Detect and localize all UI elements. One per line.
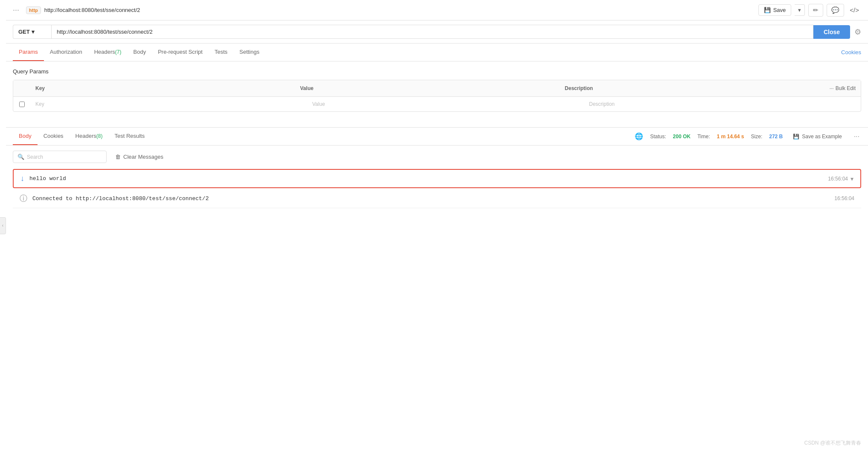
comment-icon-button[interactable]: 💬 (827, 4, 844, 17)
params-placeholder-row: Key Value Description (13, 97, 861, 111)
search-input[interactable] (27, 154, 102, 160)
row-checkbox-input[interactable] (19, 102, 25, 107)
watermark: CSDN @谁不想飞舞青春 (804, 439, 861, 447)
menu-dots-icon[interactable]: ··· (13, 6, 19, 15)
info-icon: ⓘ (20, 193, 27, 204)
more-options-button[interactable]: ··· (852, 131, 861, 142)
status-label: Status: (650, 134, 666, 140)
time-label: Time: (697, 134, 710, 140)
url-input[interactable] (51, 25, 813, 39)
response-tab-cookies[interactable]: Cookies (38, 128, 70, 145)
tab-headers[interactable]: Headers(7) (88, 44, 128, 61)
sidebar-toggle[interactable]: ‹ (0, 217, 6, 234)
message-time-0: 16:56:04 ▾ (828, 175, 853, 182)
tabs-row-right: Cookies (841, 49, 861, 55)
message-item-connected: ⓘ Connected to http://localhost:8080/tes… (13, 189, 861, 208)
row-checkbox[interactable] (13, 99, 30, 109)
expand-icon-0[interactable]: ▾ (851, 175, 853, 182)
header-value-cell: Value (295, 84, 560, 93)
params-table-header: Key Value Description ··· Bulk Edit (13, 80, 861, 97)
row-value-cell[interactable]: Value (307, 99, 584, 109)
message-text-connected: Connected to http://localhost:8080/test/… (32, 195, 829, 202)
params-table: Key Value Description ··· Bulk Edit Key … (13, 80, 861, 112)
top-url-display: http://localhost:8080/test/sse/connect/2 (44, 7, 140, 13)
actions-row: 🔍 🗑 Clear Messages (13, 151, 861, 163)
method-dropdown[interactable]: GET ▾ (13, 25, 51, 39)
request-tabs-row: Params Authorization Headers(7) Body Pre… (6, 44, 868, 61)
save-label: Save (773, 7, 786, 13)
response-tabs-row: Body Cookies Headers(8) Test Results 🌐 S… (6, 128, 868, 145)
close-label: Close (824, 29, 840, 35)
dots-icon: ··· (830, 85, 834, 91)
size-label: Size: (751, 134, 763, 140)
method-label: GET (18, 29, 30, 35)
row-description-cell[interactable]: Description (584, 99, 861, 109)
trash-icon: 🗑 (115, 154, 121, 160)
tab-body[interactable]: Body (128, 44, 152, 61)
query-params-title: Query Params (13, 68, 861, 75)
top-bar-right: 💾 Save ▾ ✏ 💬 </> (758, 4, 861, 17)
cookies-link[interactable]: Cookies (841, 49, 861, 55)
close-button[interactable]: Close (813, 25, 850, 39)
message-text-hello-world: hello world (29, 175, 823, 182)
search-icon: 🔍 (17, 154, 24, 160)
search-input-wrap: 🔍 (13, 151, 107, 163)
message-item-hello-world[interactable]: ↓ hello world 16:56:04 ▾ (13, 169, 861, 188)
response-tab-headers[interactable]: Headers(8) (70, 128, 109, 145)
time-display-0: 16:56:04 (828, 176, 848, 182)
time-value: 1 m 14.64 s (717, 134, 744, 140)
save-button[interactable]: 💾 Save (758, 4, 792, 16)
response-body-content: 🔍 🗑 Clear Messages ↓ hello world 16:56:0… (6, 145, 868, 213)
globe-icon[interactable]: 🌐 (635, 132, 643, 140)
status-value: 200 OK (673, 134, 691, 140)
save-example-icon: 💾 (793, 134, 799, 140)
save-dropdown-chevron[interactable]: ▾ (795, 4, 805, 16)
comment-icon: 💬 (831, 6, 839, 14)
save-icon: 💾 (764, 7, 771, 13)
save-as-example-button[interactable]: 💾 Save as Example (790, 132, 845, 141)
code-icon[interactable]: </> (848, 4, 861, 16)
tab-authorization[interactable]: Authorization (44, 44, 88, 61)
tab-params[interactable]: Params (13, 44, 44, 61)
response-tab-test-results[interactable]: Test Results (108, 128, 151, 145)
header-checkbox-cell (13, 84, 30, 93)
tab-pre-request-script[interactable]: Pre-request Script (152, 44, 209, 61)
response-status-area: 🌐 Status: 200 OK Time: 1 m 14.64 s Size:… (635, 131, 861, 142)
edit-icon-button[interactable]: ✏ (808, 4, 823, 17)
bulk-edit-button[interactable]: ··· Bulk Edit (824, 84, 861, 93)
message-time-1: 16:56:04 (834, 195, 854, 201)
save-example-label: Save as Example (802, 134, 842, 140)
clear-messages-label: Clear Messages (123, 154, 163, 160)
time-display-1: 16:56:04 (834, 195, 854, 201)
url-bar-section: GET ▾ Close ⚙ (6, 20, 868, 44)
clear-messages-button[interactable]: 🗑 Clear Messages (112, 152, 167, 162)
tab-settings[interactable]: Settings (233, 44, 265, 61)
query-params-section: Query Params Key Value Description ··· B… (6, 61, 868, 119)
down-arrow-icon: ↓ (20, 174, 24, 183)
row-key-cell[interactable]: Key (30, 99, 307, 109)
message-list: ↓ hello world 16:56:04 ▾ ⓘ Connected to … (13, 168, 861, 208)
bulk-edit-label: Bulk Edit (836, 85, 856, 91)
header-key-cell: Key (30, 84, 295, 93)
method-chevron-icon: ▾ (32, 29, 35, 35)
magic-wand-icon[interactable]: ⚙ (854, 27, 861, 37)
chevron-left-icon: ‹ (2, 223, 3, 228)
pencil-icon: ✏ (813, 6, 819, 14)
response-area: Body Cookies Headers(8) Test Results 🌐 S… (6, 128, 868, 213)
http-method-badge: http (26, 6, 41, 14)
tab-tests[interactable]: Tests (209, 44, 233, 61)
top-bar-left: ··· http http://localhost:8080/test/sse/… (13, 6, 758, 15)
response-tab-body[interactable]: Body (13, 128, 38, 145)
top-bar: ··· http http://localhost:8080/test/sse/… (6, 0, 868, 20)
size-value: 272 B (769, 134, 783, 140)
header-description-cell: Description (560, 84, 824, 93)
